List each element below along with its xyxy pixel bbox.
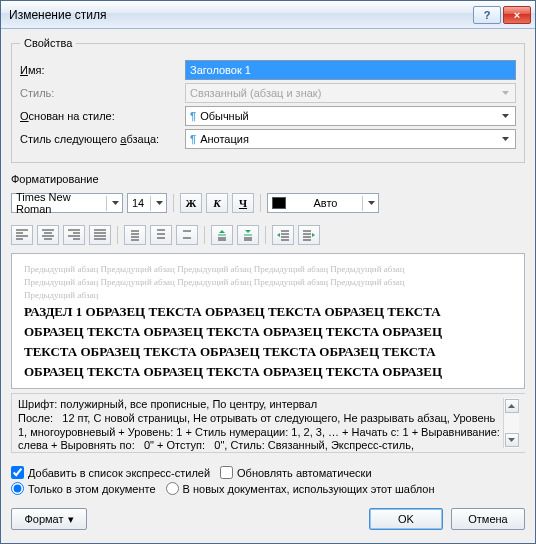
font-color-combo[interactable]: Авто	[267, 193, 379, 213]
italic-button[interactable]: К	[206, 193, 228, 213]
underline-button[interactable]: Ч	[232, 193, 254, 213]
sample-text: ТЕКСТА ОБРАЗЕЦ ТЕКСТА ОБРАЗЕЦ ТЕКСТА ОБР…	[24, 344, 512, 360]
auto-update-checkbox[interactable]: Обновлять автоматически	[220, 466, 372, 479]
font-name-value: Times New Roman	[16, 191, 103, 215]
align-right-button[interactable]	[63, 225, 85, 245]
font-name-combo[interactable]: Times New Roman	[11, 193, 123, 213]
separator	[204, 226, 205, 244]
next-style-value: Анотация	[200, 133, 249, 145]
scroll-up-button[interactable]	[505, 399, 519, 413]
style-type-label: Стиль:	[20, 87, 185, 99]
scroll-down-button[interactable]	[505, 433, 519, 447]
ok-button[interactable]: OK	[369, 508, 443, 530]
properties-group: Свойства Имя: Стиль: Связанный (абзац и …	[11, 37, 525, 163]
chevron-down-icon[interactable]	[498, 109, 513, 124]
ghost-text: Предыдущий абзац Предыдущий абзац Предыд…	[24, 277, 512, 287]
chevron-down-icon	[498, 86, 513, 101]
only-this-doc-input[interactable]	[11, 482, 24, 495]
formatting-label: Форматирование	[11, 173, 525, 185]
indent-increase-button[interactable]	[298, 225, 320, 245]
indent-decrease-button[interactable]	[272, 225, 294, 245]
pilcrow-icon: ¶	[190, 133, 196, 145]
separator	[260, 194, 261, 212]
auto-color-swatch	[272, 197, 286, 209]
next-style-label: Стиль следующего абзаца:	[20, 133, 185, 145]
description-box: Шрифт: полужирный, все прописные, По цен…	[11, 393, 525, 453]
properties-legend: Свойства	[20, 37, 76, 49]
close-button[interactable]: ×	[503, 6, 531, 24]
help-button[interactable]: ?	[473, 6, 501, 24]
add-to-express-input[interactable]	[11, 466, 24, 479]
format-button[interactable]: Формат ▾	[11, 508, 87, 530]
window-title: Изменение стиля	[9, 8, 471, 22]
chevron-down-icon[interactable]	[150, 196, 165, 211]
align-justify-button[interactable]	[89, 225, 111, 245]
align-left-button[interactable]	[11, 225, 33, 245]
font-size-value: 14	[132, 197, 147, 209]
sample-text: РАЗДЕЛ 1 ОБРАЗЕЦ ТЕКСТА ОБРАЗЕЦ ТЕКСТА О…	[24, 304, 512, 320]
chevron-down-icon[interactable]	[498, 132, 513, 147]
help-icon: ?	[484, 9, 491, 21]
style-type-combo: Связанный (абзац и знак)	[185, 83, 516, 103]
chevron-down-icon: ▾	[68, 513, 74, 526]
font-size-combo[interactable]: 14	[127, 193, 167, 213]
chevron-down-icon[interactable]	[106, 196, 121, 211]
name-input[interactable]	[185, 60, 516, 80]
align-center-button[interactable]	[37, 225, 59, 245]
close-icon: ×	[514, 9, 520, 21]
modify-style-dialog: Изменение стиля ? × Свойства Имя: Стиль:…	[0, 0, 536, 544]
add-to-express-checkbox[interactable]: Добавить в список экспресс-стилей	[11, 466, 210, 479]
bold-button[interactable]: Ж	[180, 193, 202, 213]
pilcrow-icon: ¶	[190, 110, 196, 122]
next-style-combo[interactable]: ¶Анотация	[185, 129, 516, 149]
space-before-inc-button[interactable]	[211, 225, 233, 245]
separator	[117, 226, 118, 244]
dialog-footer: Формат ▾ OK Отмена	[11, 508, 525, 530]
line-spacing-1-button[interactable]	[124, 225, 146, 245]
new-docs-label: В новых документах, использующих этот ша…	[183, 483, 435, 495]
ghost-text: Предыдущий абзац	[24, 290, 512, 300]
new-docs-radio[interactable]: В новых документах, использующих этот ша…	[166, 482, 435, 495]
space-before-dec-button[interactable]	[237, 225, 259, 245]
name-label: Имя:	[20, 64, 185, 76]
based-on-label: Основан на стиле:	[20, 110, 185, 122]
dialog-content: Свойства Имя: Стиль: Связанный (абзац и …	[1, 29, 535, 543]
only-this-doc-radio[interactable]: Только в этом документе	[11, 482, 156, 495]
font-color-value: Авто	[292, 197, 359, 209]
separator	[173, 194, 174, 212]
paragraph-toolbar	[11, 225, 525, 245]
style-type-value: Связанный (абзац и знак)	[190, 87, 498, 99]
based-on-combo[interactable]: ¶Обычный	[185, 106, 516, 126]
titlebar: Изменение стиля ? ×	[1, 1, 535, 29]
preview-box: Предыдущий абзац Предыдущий абзац Предыд…	[11, 253, 525, 389]
sample-text: ОБРАЗЕЦ ТЕКСТА ОБРАЗЕЦ ТЕКСТА ОБРАЗЕЦ ТЕ…	[24, 364, 512, 380]
separator	[265, 226, 266, 244]
line-spacing-15-button[interactable]	[150, 225, 172, 245]
options-block: Добавить в список экспресс-стилей Обновл…	[11, 463, 525, 498]
auto-update-label: Обновлять автоматически	[237, 467, 372, 479]
auto-update-input[interactable]	[220, 466, 233, 479]
based-on-value: Обычный	[200, 110, 249, 122]
sample-text: ОБРАЗЕЦ ТЕКСТА ОБРАЗЕЦ ТЕКСТА ОБРАЗЕЦ ТЕ…	[24, 324, 512, 340]
cancel-button[interactable]: Отмена	[451, 508, 525, 530]
font-toolbar: Times New Roman 14 Ж К Ч Авто	[11, 193, 525, 213]
line-spacing-2-button[interactable]	[176, 225, 198, 245]
scrollbar[interactable]	[503, 398, 519, 448]
description-text: Шрифт: полужирный, все прописные, По цен…	[18, 398, 503, 448]
new-docs-input[interactable]	[166, 482, 179, 495]
chevron-down-icon[interactable]	[362, 196, 377, 211]
ghost-text: Предыдущий абзац Предыдущий абзац Предыд…	[24, 264, 512, 274]
